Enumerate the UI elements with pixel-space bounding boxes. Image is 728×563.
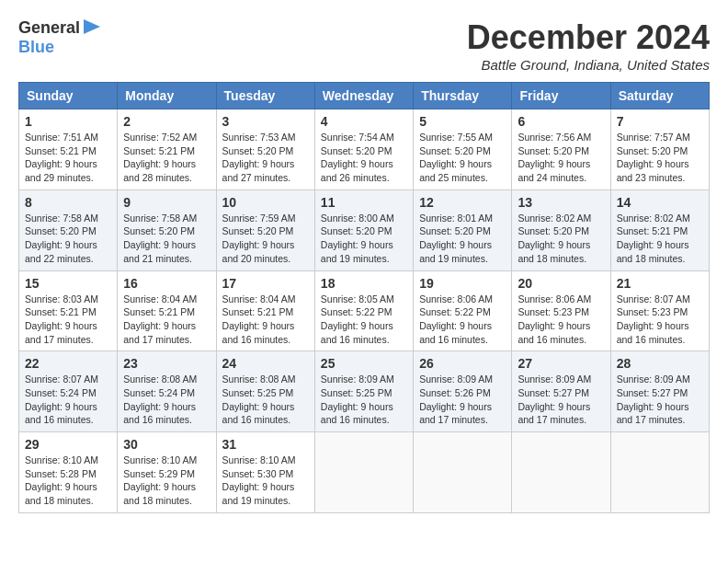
logo-blue-text: Blue: [18, 38, 54, 56]
calendar-header-tuesday: Tuesday: [216, 83, 314, 109]
day-info: Sunrise: 8:10 AM Sunset: 5:28 PM Dayligh…: [25, 454, 111, 508]
calendar-table: SundayMondayTuesdayWednesdayThursdayFrid…: [18, 82, 710, 513]
calendar-cell: 22 Sunrise: 8:07 AM Sunset: 5:24 PM Dayl…: [19, 351, 118, 432]
day-number: 4: [321, 114, 407, 129]
day-info: Sunrise: 8:07 AM Sunset: 5:23 PM Dayligh…: [617, 293, 703, 347]
day-number: 1: [25, 114, 111, 129]
calendar-header-saturday: Saturday: [610, 83, 709, 109]
day-info: Sunrise: 8:02 AM Sunset: 5:21 PM Dayligh…: [617, 212, 703, 266]
day-info: Sunrise: 8:00 AM Sunset: 5:20 PM Dayligh…: [321, 212, 407, 266]
day-number: 25: [321, 356, 407, 371]
day-number: 30: [123, 437, 210, 452]
day-info: Sunrise: 8:09 AM Sunset: 5:27 PM Dayligh…: [617, 373, 703, 427]
day-number: 29: [25, 437, 111, 452]
day-number: 2: [123, 114, 210, 129]
day-number: 13: [518, 195, 604, 210]
calendar-cell: 24 Sunrise: 8:08 AM Sunset: 5:25 PM Dayl…: [216, 351, 314, 432]
calendar-header-wednesday: Wednesday: [314, 83, 413, 109]
calendar-header-sunday: Sunday: [19, 83, 118, 109]
day-number: 17: [222, 276, 309, 291]
calendar-cell: 25 Sunrise: 8:09 AM Sunset: 5:25 PM Dayl…: [314, 351, 413, 432]
calendar-cell: [414, 432, 512, 513]
day-info: Sunrise: 8:06 AM Sunset: 5:22 PM Dayligh…: [419, 293, 506, 347]
day-number: 15: [25, 276, 111, 291]
day-info: Sunrise: 8:05 AM Sunset: 5:22 PM Dayligh…: [321, 293, 407, 347]
calendar-cell: 6 Sunrise: 7:56 AM Sunset: 5:20 PM Dayli…: [512, 109, 610, 190]
day-number: 27: [518, 356, 604, 371]
day-number: 28: [617, 356, 703, 371]
calendar-cell: 1 Sunrise: 7:51 AM Sunset: 5:21 PM Dayli…: [19, 109, 118, 190]
calendar-cell: 29 Sunrise: 8:10 AM Sunset: 5:28 PM Dayl…: [19, 432, 118, 513]
page-header: General Blue December 2024 Battle Ground…: [18, 18, 710, 73]
day-info: Sunrise: 8:08 AM Sunset: 5:24 PM Dayligh…: [123, 373, 210, 427]
calendar-cell: 15 Sunrise: 8:03 AM Sunset: 5:21 PM Dayl…: [19, 270, 118, 351]
day-info: Sunrise: 8:10 AM Sunset: 5:30 PM Dayligh…: [222, 454, 309, 508]
calendar-cell: 23 Sunrise: 8:08 AM Sunset: 5:24 PM Dayl…: [118, 351, 216, 432]
day-info: Sunrise: 7:58 AM Sunset: 5:20 PM Dayligh…: [25, 212, 111, 266]
day-info: Sunrise: 8:06 AM Sunset: 5:23 PM Dayligh…: [518, 293, 604, 347]
day-number: 12: [419, 195, 506, 210]
calendar-cell: 7 Sunrise: 7:57 AM Sunset: 5:20 PM Dayli…: [610, 109, 709, 190]
day-number: 10: [222, 195, 309, 210]
day-number: 3: [222, 114, 309, 129]
day-number: 20: [518, 276, 604, 291]
day-number: 31: [222, 437, 309, 452]
calendar-cell: 3 Sunrise: 7:53 AM Sunset: 5:20 PM Dayli…: [216, 109, 314, 190]
calendar-cell: 19 Sunrise: 8:06 AM Sunset: 5:22 PM Dayl…: [414, 270, 512, 351]
calendar-cell: 11 Sunrise: 8:00 AM Sunset: 5:20 PM Dayl…: [314, 190, 413, 270]
day-number: 18: [321, 276, 407, 291]
location-text: Battle Ground, Indiana, United States: [467, 57, 710, 73]
day-number: 26: [419, 356, 506, 371]
calendar-cell: 28 Sunrise: 8:09 AM Sunset: 5:27 PM Dayl…: [610, 351, 709, 432]
logo-general-text: General: [18, 18, 80, 38]
calendar-cell: 5 Sunrise: 7:55 AM Sunset: 5:20 PM Dayli…: [414, 109, 512, 190]
day-number: 6: [518, 114, 604, 129]
day-number: 7: [617, 114, 703, 129]
day-info: Sunrise: 7:52 AM Sunset: 5:21 PM Dayligh…: [123, 131, 210, 185]
calendar-cell: [512, 432, 610, 513]
calendar-cell: 10 Sunrise: 7:59 AM Sunset: 5:20 PM Dayl…: [216, 190, 314, 270]
day-number: 21: [617, 276, 703, 291]
day-info: Sunrise: 8:09 AM Sunset: 5:26 PM Dayligh…: [419, 373, 506, 427]
logo-icon: [84, 19, 104, 34]
month-title: December 2024: [467, 18, 710, 57]
day-info: Sunrise: 8:08 AM Sunset: 5:25 PM Dayligh…: [222, 373, 309, 427]
calendar-cell: 18 Sunrise: 8:05 AM Sunset: 5:22 PM Dayl…: [314, 270, 413, 351]
day-info: Sunrise: 8:01 AM Sunset: 5:20 PM Dayligh…: [419, 212, 506, 266]
day-info: Sunrise: 7:56 AM Sunset: 5:20 PM Dayligh…: [518, 131, 604, 185]
calendar-week-1: 1 Sunrise: 7:51 AM Sunset: 5:21 PM Dayli…: [19, 109, 710, 190]
day-info: Sunrise: 8:02 AM Sunset: 5:20 PM Dayligh…: [518, 212, 604, 266]
calendar-cell: 31 Sunrise: 8:10 AM Sunset: 5:30 PM Dayl…: [216, 432, 314, 513]
title-section: December 2024 Battle Ground, Indiana, Un…: [467, 18, 710, 73]
calendar-cell: 9 Sunrise: 7:58 AM Sunset: 5:20 PM Dayli…: [118, 190, 216, 270]
day-info: Sunrise: 7:55 AM Sunset: 5:20 PM Dayligh…: [419, 131, 506, 185]
day-number: 9: [123, 195, 210, 210]
svg-marker-0: [84, 19, 100, 34]
day-info: Sunrise: 7:51 AM Sunset: 5:21 PM Dayligh…: [25, 131, 111, 185]
day-number: 8: [25, 195, 111, 210]
calendar-header-friday: Friday: [512, 83, 610, 109]
day-number: 19: [419, 276, 506, 291]
calendar-week-3: 15 Sunrise: 8:03 AM Sunset: 5:21 PM Dayl…: [19, 270, 710, 351]
day-number: 23: [123, 356, 210, 371]
day-info: Sunrise: 7:54 AM Sunset: 5:20 PM Dayligh…: [321, 131, 407, 185]
calendar-cell: 20 Sunrise: 8:06 AM Sunset: 5:23 PM Dayl…: [512, 270, 610, 351]
day-number: 14: [617, 195, 703, 210]
calendar-header-monday: Monday: [118, 83, 216, 109]
calendar-cell: 13 Sunrise: 8:02 AM Sunset: 5:20 PM Dayl…: [512, 190, 610, 270]
day-number: 5: [419, 114, 506, 129]
day-info: Sunrise: 8:04 AM Sunset: 5:21 PM Dayligh…: [123, 293, 210, 347]
day-info: Sunrise: 8:04 AM Sunset: 5:21 PM Dayligh…: [222, 293, 309, 347]
calendar-cell: 8 Sunrise: 7:58 AM Sunset: 5:20 PM Dayli…: [19, 190, 118, 270]
calendar-cell: 12 Sunrise: 8:01 AM Sunset: 5:20 PM Dayl…: [414, 190, 512, 270]
calendar-cell: 16 Sunrise: 8:04 AM Sunset: 5:21 PM Dayl…: [118, 270, 216, 351]
day-number: 16: [123, 276, 210, 291]
calendar-cell: 14 Sunrise: 8:02 AM Sunset: 5:21 PM Dayl…: [610, 190, 709, 270]
calendar-week-2: 8 Sunrise: 7:58 AM Sunset: 5:20 PM Dayli…: [19, 190, 710, 270]
day-info: Sunrise: 8:10 AM Sunset: 5:29 PM Dayligh…: [123, 454, 210, 508]
day-info: Sunrise: 8:07 AM Sunset: 5:24 PM Dayligh…: [25, 373, 111, 427]
logo: General Blue: [18, 18, 104, 57]
day-info: Sunrise: 7:53 AM Sunset: 5:20 PM Dayligh…: [222, 131, 309, 185]
day-info: Sunrise: 7:57 AM Sunset: 5:20 PM Dayligh…: [617, 131, 703, 185]
calendar-cell: 26 Sunrise: 8:09 AM Sunset: 5:26 PM Dayl…: [414, 351, 512, 432]
